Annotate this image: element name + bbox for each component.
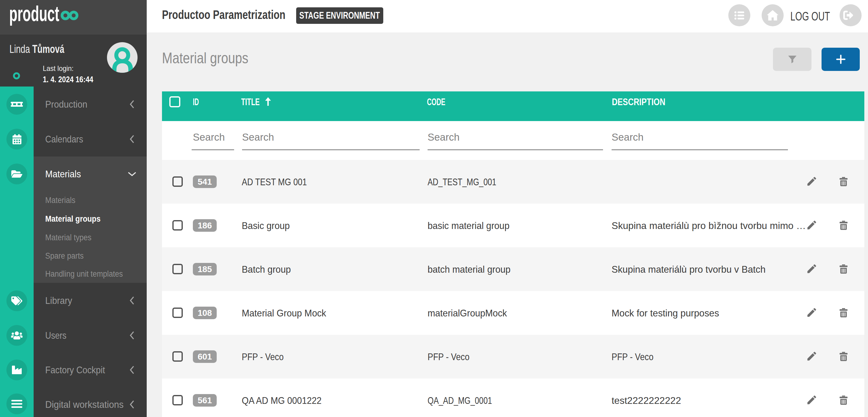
svg-text:product: product <box>9 4 59 26</box>
